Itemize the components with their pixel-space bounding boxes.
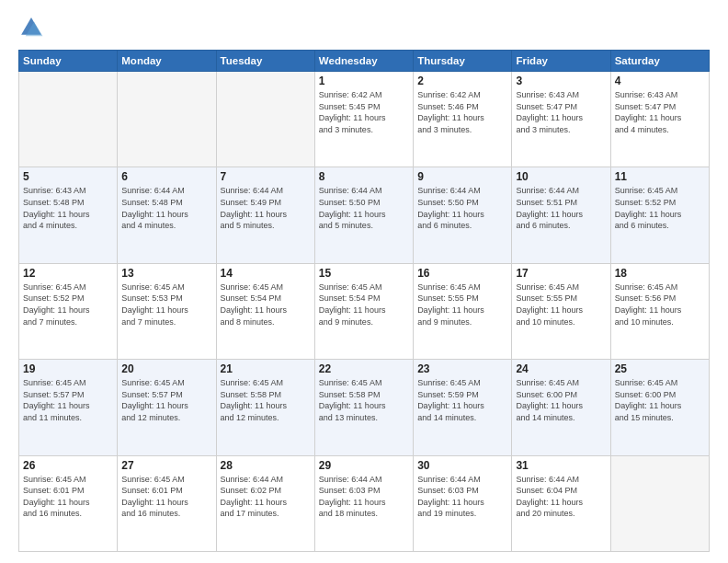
day-info: Sunrise: 6:44 AM Sunset: 6:04 PM Dayligh… xyxy=(516,474,606,520)
day-number: 29 xyxy=(319,459,409,472)
day-info: Sunrise: 6:44 AM Sunset: 6:03 PM Dayligh… xyxy=(417,474,507,520)
calendar-day-cell: 28Sunrise: 6:44 AM Sunset: 6:02 PM Dayli… xyxy=(216,455,314,551)
day-number: 6 xyxy=(121,170,211,183)
day-info: Sunrise: 6:45 AM Sunset: 6:00 PM Dayligh… xyxy=(516,377,606,423)
calendar-day-cell: 21Sunrise: 6:45 AM Sunset: 5:58 PM Dayli… xyxy=(216,360,314,455)
day-number: 30 xyxy=(417,459,507,472)
calendar-day-cell: 23Sunrise: 6:45 AM Sunset: 5:59 PM Dayli… xyxy=(414,360,512,455)
calendar-day-cell: 27Sunrise: 6:45 AM Sunset: 6:01 PM Dayli… xyxy=(118,455,216,551)
day-number: 8 xyxy=(319,170,409,183)
day-number: 5 xyxy=(23,170,113,183)
calendar-day-cell: 31Sunrise: 6:44 AM Sunset: 6:04 PM Dayli… xyxy=(512,455,610,551)
day-info: Sunrise: 6:45 AM Sunset: 5:56 PM Dayligh… xyxy=(615,282,705,327)
day-info: Sunrise: 6:45 AM Sunset: 6:01 PM Dayligh… xyxy=(23,474,113,520)
day-number: 14 xyxy=(221,267,311,280)
day-info: Sunrise: 6:44 AM Sunset: 6:02 PM Dayligh… xyxy=(221,474,311,520)
calendar-week-row: 26Sunrise: 6:45 AM Sunset: 6:01 PM Dayli… xyxy=(19,455,710,551)
day-number: 17 xyxy=(516,267,606,280)
day-number: 12 xyxy=(23,267,113,280)
calendar-day-cell xyxy=(19,72,118,167)
calendar-day-cell: 14Sunrise: 6:45 AM Sunset: 5:54 PM Dayli… xyxy=(216,263,314,359)
calendar-day-cell: 1Sunrise: 6:42 AM Sunset: 5:45 PM Daylig… xyxy=(314,72,413,167)
weekday-header-sunday: Sunday xyxy=(19,51,118,72)
day-number: 19 xyxy=(23,362,113,375)
calendar-week-row: 5Sunrise: 6:43 AM Sunset: 5:48 PM Daylig… xyxy=(19,167,710,263)
day-number: 21 xyxy=(221,362,311,375)
day-info: Sunrise: 6:45 AM Sunset: 5:59 PM Dayligh… xyxy=(417,377,507,423)
calendar-day-cell: 30Sunrise: 6:44 AM Sunset: 6:03 PM Dayli… xyxy=(414,455,512,551)
day-info: Sunrise: 6:42 AM Sunset: 5:46 PM Dayligh… xyxy=(417,89,507,135)
day-info: Sunrise: 6:45 AM Sunset: 5:58 PM Dayligh… xyxy=(221,377,311,423)
day-number: 25 xyxy=(615,362,705,375)
day-info: Sunrise: 6:44 AM Sunset: 6:03 PM Dayligh… xyxy=(319,474,409,520)
day-info: Sunrise: 6:44 AM Sunset: 5:50 PM Dayligh… xyxy=(319,185,409,231)
calendar-day-cell: 25Sunrise: 6:45 AM Sunset: 6:00 PM Dayli… xyxy=(610,360,709,455)
calendar-day-cell: 16Sunrise: 6:45 AM Sunset: 5:55 PM Dayli… xyxy=(414,263,512,359)
day-info: Sunrise: 6:45 AM Sunset: 5:55 PM Dayligh… xyxy=(417,282,507,327)
calendar-day-cell: 11Sunrise: 6:45 AM Sunset: 5:52 PM Dayli… xyxy=(610,167,709,263)
calendar-day-cell xyxy=(118,72,216,167)
day-number: 9 xyxy=(417,170,507,183)
calendar-day-cell: 17Sunrise: 6:45 AM Sunset: 5:55 PM Dayli… xyxy=(512,263,610,359)
calendar-day-cell: 10Sunrise: 6:44 AM Sunset: 5:51 PM Dayli… xyxy=(512,167,610,263)
calendar-day-cell: 22Sunrise: 6:45 AM Sunset: 5:58 PM Dayli… xyxy=(314,360,413,455)
calendar-day-cell: 5Sunrise: 6:43 AM Sunset: 5:48 PM Daylig… xyxy=(19,167,118,263)
calendar-day-cell: 29Sunrise: 6:44 AM Sunset: 6:03 PM Dayli… xyxy=(314,455,413,551)
day-number: 16 xyxy=(417,267,507,280)
day-number: 13 xyxy=(121,267,211,280)
day-number: 2 xyxy=(417,75,507,87)
calendar-day-cell: 6Sunrise: 6:44 AM Sunset: 5:48 PM Daylig… xyxy=(118,167,216,263)
calendar-day-cell: 2Sunrise: 6:42 AM Sunset: 5:46 PM Daylig… xyxy=(414,72,512,167)
logo-icon xyxy=(18,15,44,40)
calendar-day-cell: 20Sunrise: 6:45 AM Sunset: 5:57 PM Dayli… xyxy=(118,360,216,455)
day-info: Sunrise: 6:45 AM Sunset: 5:52 PM Dayligh… xyxy=(615,185,705,231)
day-info: Sunrise: 6:44 AM Sunset: 5:48 PM Dayligh… xyxy=(121,185,211,231)
day-number: 10 xyxy=(516,170,606,183)
weekday-header-tuesday: Tuesday xyxy=(216,51,314,72)
day-number: 23 xyxy=(417,362,507,375)
day-number: 11 xyxy=(615,170,705,183)
calendar-day-cell: 8Sunrise: 6:44 AM Sunset: 5:50 PM Daylig… xyxy=(314,167,413,263)
day-number: 26 xyxy=(23,459,113,472)
day-number: 28 xyxy=(221,459,311,472)
day-number: 27 xyxy=(121,459,211,472)
weekday-header-saturday: Saturday xyxy=(610,51,709,72)
calendar-day-cell: 19Sunrise: 6:45 AM Sunset: 5:57 PM Dayli… xyxy=(19,360,118,455)
calendar-day-cell: 13Sunrise: 6:45 AM Sunset: 5:53 PM Dayli… xyxy=(118,263,216,359)
day-info: Sunrise: 6:43 AM Sunset: 5:47 PM Dayligh… xyxy=(516,89,606,135)
day-info: Sunrise: 6:45 AM Sunset: 5:52 PM Dayligh… xyxy=(23,282,113,327)
day-info: Sunrise: 6:42 AM Sunset: 5:45 PM Dayligh… xyxy=(319,89,409,135)
calendar-day-cell: 7Sunrise: 6:44 AM Sunset: 5:49 PM Daylig… xyxy=(216,167,314,263)
calendar-table: SundayMondayTuesdayWednesdayThursdayFrid… xyxy=(18,50,710,552)
calendar-day-cell: 12Sunrise: 6:45 AM Sunset: 5:52 PM Dayli… xyxy=(19,263,118,359)
day-info: Sunrise: 6:45 AM Sunset: 5:54 PM Dayligh… xyxy=(221,282,311,327)
day-number: 3 xyxy=(516,75,606,87)
calendar-week-row: 19Sunrise: 6:45 AM Sunset: 5:57 PM Dayli… xyxy=(19,360,710,455)
calendar-day-cell: 4Sunrise: 6:43 AM Sunset: 5:47 PM Daylig… xyxy=(610,72,709,167)
day-number: 4 xyxy=(615,75,705,87)
day-info: Sunrise: 6:45 AM Sunset: 6:01 PM Dayligh… xyxy=(121,474,211,520)
day-info: Sunrise: 6:45 AM Sunset: 5:58 PM Dayligh… xyxy=(319,377,409,423)
day-info: Sunrise: 6:43 AM Sunset: 5:47 PM Dayligh… xyxy=(615,89,705,135)
weekday-header-friday: Friday xyxy=(512,51,610,72)
header xyxy=(18,15,710,40)
weekday-header-row: SundayMondayTuesdayWednesdayThursdayFrid… xyxy=(19,51,710,72)
day-info: Sunrise: 6:44 AM Sunset: 5:51 PM Dayligh… xyxy=(516,185,606,231)
day-number: 1 xyxy=(319,75,409,87)
calendar-week-row: 1Sunrise: 6:42 AM Sunset: 5:45 PM Daylig… xyxy=(19,72,710,167)
day-number: 22 xyxy=(319,362,409,375)
day-number: 15 xyxy=(319,267,409,280)
calendar-day-cell: 15Sunrise: 6:45 AM Sunset: 5:54 PM Dayli… xyxy=(314,263,413,359)
calendar-day-cell: 18Sunrise: 6:45 AM Sunset: 5:56 PM Dayli… xyxy=(610,263,709,359)
day-info: Sunrise: 6:43 AM Sunset: 5:48 PM Dayligh… xyxy=(23,185,113,231)
day-info: Sunrise: 6:45 AM Sunset: 5:53 PM Dayligh… xyxy=(121,282,211,327)
weekday-header-wednesday: Wednesday xyxy=(314,51,413,72)
calendar-day-cell xyxy=(610,455,709,551)
day-number: 20 xyxy=(121,362,211,375)
day-info: Sunrise: 6:45 AM Sunset: 6:00 PM Dayligh… xyxy=(615,377,705,423)
calendar-day-cell: 24Sunrise: 6:45 AM Sunset: 6:00 PM Dayli… xyxy=(512,360,610,455)
weekday-header-monday: Monday xyxy=(118,51,216,72)
day-info: Sunrise: 6:44 AM Sunset: 5:50 PM Dayligh… xyxy=(417,185,507,231)
day-info: Sunrise: 6:45 AM Sunset: 5:57 PM Dayligh… xyxy=(23,377,113,423)
calendar-week-row: 12Sunrise: 6:45 AM Sunset: 5:52 PM Dayli… xyxy=(19,263,710,359)
